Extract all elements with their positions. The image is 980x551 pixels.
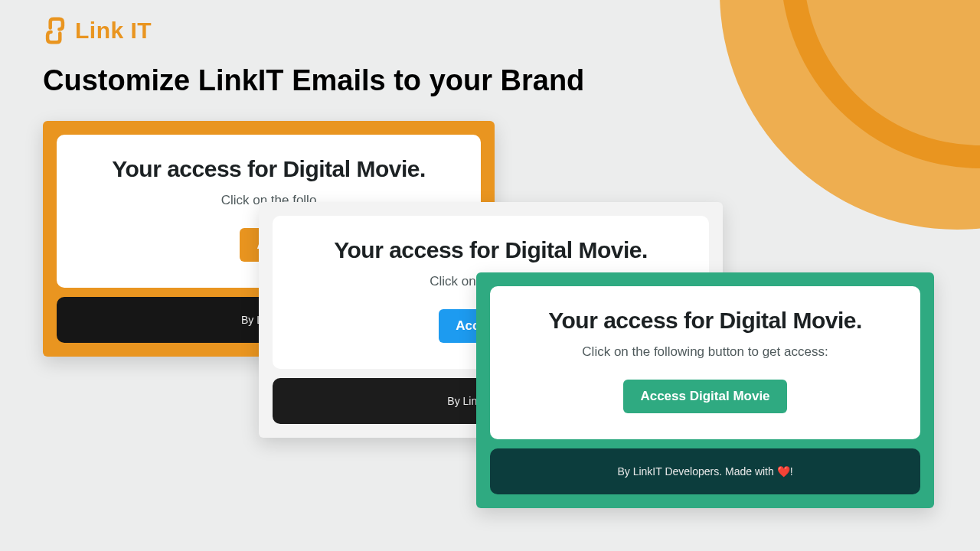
page-title: Customize LinkIT Emails to your Brand xyxy=(43,64,584,97)
email-footer: By LinkIT Developers. Made with ❤️! xyxy=(490,448,920,494)
email-preview-green: Your access for Digital Movie. Click on … xyxy=(476,272,934,508)
email-heading: Your access for Digital Movie. xyxy=(80,156,458,182)
link-icon xyxy=(41,17,69,44)
brand-logo: Link IT xyxy=(41,17,152,44)
email-heading: Your access for Digital Movie. xyxy=(513,308,897,334)
access-button[interactable]: Access Digital Movie xyxy=(623,380,786,413)
email-body: Your access for Digital Movie. Click on … xyxy=(490,286,920,439)
email-subtext: Click on the following button to get acc… xyxy=(513,344,897,360)
brand-name: Link IT xyxy=(75,18,152,44)
email-heading: Your access for Digital Movie. xyxy=(296,237,686,263)
